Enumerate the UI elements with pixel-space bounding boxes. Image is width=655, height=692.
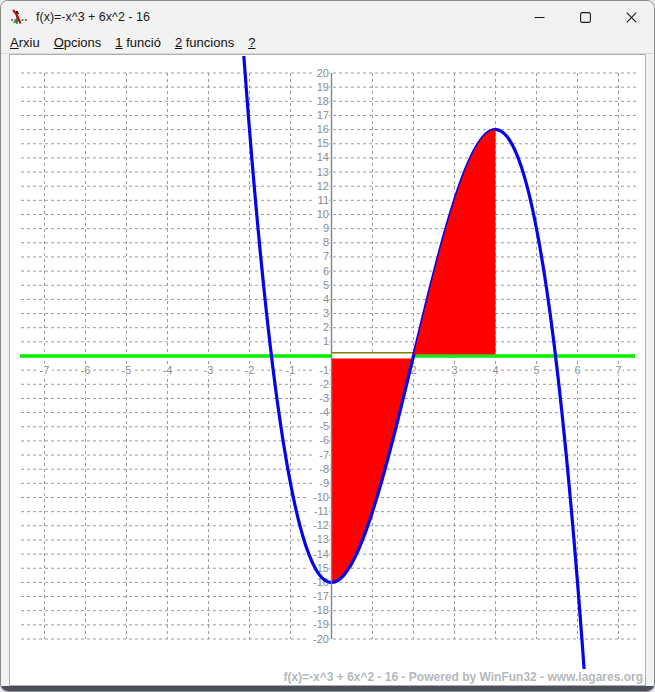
close-button[interactable] bbox=[608, 1, 654, 33]
plot-area bbox=[9, 54, 646, 686]
maximize-button[interactable] bbox=[562, 1, 608, 33]
minimize-icon bbox=[534, 12, 545, 23]
menu-item-2-funcions[interactable]: 2 funcions bbox=[168, 33, 241, 54]
app-icon bbox=[11, 9, 27, 25]
minimize-button[interactable] bbox=[516, 1, 562, 33]
titlebar: f(x)=-x^3 + 6x^2 - 16 bbox=[1, 1, 654, 33]
close-icon bbox=[626, 12, 637, 23]
window-bottom-edge bbox=[1, 686, 654, 691]
menu-item-1-funcio[interactable]: 1 funció bbox=[108, 33, 168, 54]
menu-item-opcions[interactable]: Opcions bbox=[47, 33, 109, 54]
maximize-icon bbox=[580, 12, 591, 23]
window-controls bbox=[516, 1, 654, 33]
menubar: Arxiu Opcions 1 funció 2 funcions ? bbox=[1, 33, 654, 54]
menu-item-arxiu[interactable]: Arxiu bbox=[3, 33, 47, 54]
app-window: f(x)=-x^3 + 6x^2 - 16 Arxiu Opci bbox=[0, 0, 655, 692]
window-title: f(x)=-x^3 + 6x^2 - 16 bbox=[36, 10, 150, 24]
status-text: f(x)=-x^3 + 6x^2 - 16 - Powered by WinFu… bbox=[283, 670, 643, 684]
menu-item-help[interactable]: ? bbox=[241, 33, 262, 54]
